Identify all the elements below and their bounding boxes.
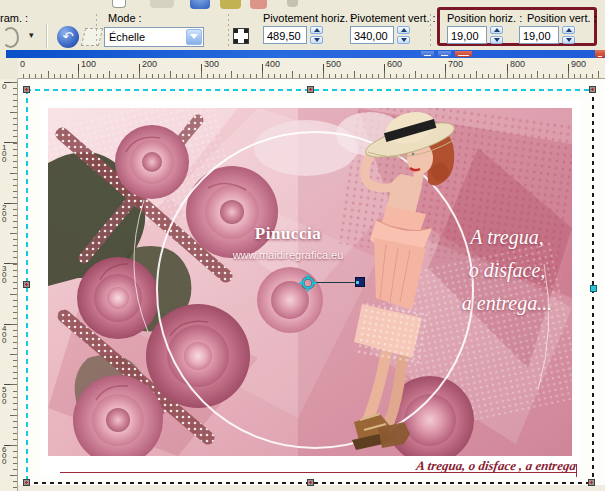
deform-icon[interactable]	[81, 28, 103, 46]
preset-dropdown-arrow-icon[interactable]: ▾	[29, 30, 34, 40]
ruler-tick-label: 200	[142, 59, 157, 69]
ruler-tick-label: 800	[510, 59, 525, 69]
handle-top-left[interactable]	[23, 86, 30, 93]
clipped-toolbar-button-3[interactable]	[220, 0, 241, 9]
canvas-area: Pinuccia www.maidiregrafica.eu A tregua,…	[18, 79, 605, 491]
handle-bottom-right[interactable]	[588, 479, 595, 486]
rotation-arm-line	[315, 282, 356, 283]
handle-top-right[interactable]	[589, 86, 596, 93]
stepper-down-icon[interactable]	[562, 36, 575, 44]
mat-divider-line-end	[576, 464, 577, 477]
vertical-ruler: 0 100 200 300 400 500 600	[0, 79, 18, 491]
stepper-up-icon[interactable]	[490, 26, 503, 34]
ruler-tick-label: 500	[2, 387, 10, 405]
toolbar-grip	[95, 13, 98, 47]
ruler-tick-label: 400	[265, 59, 280, 69]
ruler-tick-label: 0	[20, 59, 25, 69]
clipped-toolbar-button-4[interactable]	[250, 0, 267, 9]
pivot-horiz-input[interactable]	[263, 26, 307, 44]
position-horiz-label: Position horiz. :	[447, 12, 522, 24]
ruler-tick-label: 400	[2, 326, 10, 344]
script-line: o disface,	[436, 259, 572, 292]
position-horiz-input[interactable]	[447, 26, 487, 44]
ruler-tick-label: 200	[2, 205, 10, 223]
script-line: A tregua,	[436, 226, 572, 259]
pivot-vert-label: Pivotement vert. :	[350, 12, 436, 24]
minimize-button[interactable]	[421, 51, 434, 57]
ruler-tick-label: 100	[81, 59, 96, 69]
clipped-toolbar-button-2[interactable]	[190, 0, 210, 9]
clipped-toolbar-button-1[interactable]	[150, 0, 174, 8]
close-button[interactable]	[455, 51, 472, 57]
handle-bottom-left[interactable]	[23, 479, 30, 486]
ruler-tick-label: 600	[387, 59, 402, 69]
clipped-toolbar-field[interactable]	[112, 0, 126, 8]
mode-label: Mode :	[108, 12, 142, 24]
handle-middle-left[interactable]	[23, 281, 30, 288]
script-line: a entrega...	[436, 292, 572, 325]
image-window-titlebar	[6, 50, 605, 58]
pivot-horiz-label: Pivotement horiz. :	[263, 12, 354, 24]
preset-icon[interactable]	[2, 27, 19, 48]
combo-dropdown-button[interactable]	[186, 29, 202, 45]
param-label: ram. :	[0, 12, 28, 24]
mat-script-text: A tregua, o disface , a entrega	[99, 458, 577, 474]
pivot-vert-stepper[interactable]	[397, 26, 410, 44]
mode-selected-value: Échelle	[109, 31, 145, 43]
pivot-vert-input[interactable]	[350, 26, 394, 44]
handle-bottom-middle[interactable]	[307, 479, 314, 486]
undo-button[interactable]: ↶	[57, 26, 79, 48]
stepper-down-icon[interactable]	[490, 36, 503, 44]
pivot-center-icon[interactable]	[299, 274, 317, 292]
app-close-button[interactable]	[595, 50, 605, 58]
maximize-button[interactable]	[438, 51, 451, 57]
position-horiz-stepper[interactable]	[490, 26, 503, 44]
ruler-tick-label: 500	[326, 59, 341, 69]
script-text-block: A tregua, o disface, a entrega...	[436, 226, 572, 325]
tool-options-toolbar: ram. : ▾ ↶ Mode : Échelle Pivotement hor…	[0, 0, 605, 50]
separator	[46, 24, 48, 48]
position-vert-input[interactable]	[519, 26, 559, 44]
ruler-tick-label: 100	[2, 145, 10, 163]
horizontal-ruler: 0 100 200 300 400 500 600 700 800 900	[18, 58, 605, 79]
stepper-up-icon[interactable]	[397, 26, 410, 34]
rotation-handle[interactable]	[355, 277, 365, 287]
stepper-down-icon[interactable]	[310, 36, 323, 44]
handle-top-middle[interactable]	[307, 86, 314, 93]
watermark-title: Pinuccia	[218, 224, 358, 244]
toolbar-grip	[227, 13, 230, 47]
mode-select[interactable]: Échelle	[104, 27, 204, 47]
ruler-tick-label: 0	[2, 84, 10, 90]
position-vert-label: Position vert. :	[527, 12, 597, 24]
pivot-horiz-stepper[interactable]	[310, 26, 323, 44]
watermark-website: www.maidiregrafica.eu	[198, 249, 378, 261]
app-window: ram. : ▾ ↶ Mode : Échelle Pivotement hor…	[0, 0, 605, 491]
ruler-tick-label: 600	[2, 447, 10, 465]
stepper-up-icon[interactable]	[310, 26, 323, 34]
ruler-tick-label: 900	[571, 59, 586, 69]
stepper-up-icon[interactable]	[562, 26, 575, 34]
bounding-box-icon[interactable]	[233, 28, 249, 44]
toolbar-grip	[429, 13, 432, 47]
clipped-toolbar-button-5[interactable]	[287, 0, 298, 7]
stepper-down-icon[interactable]	[397, 36, 410, 44]
ruler-tick-label: 300	[2, 266, 10, 284]
handle-middle-right[interactable]	[590, 285, 597, 292]
ruler-tick-label: 300	[204, 59, 219, 69]
ruler-tick-label: 700	[448, 59, 463, 69]
position-vert-stepper[interactable]	[562, 26, 575, 44]
